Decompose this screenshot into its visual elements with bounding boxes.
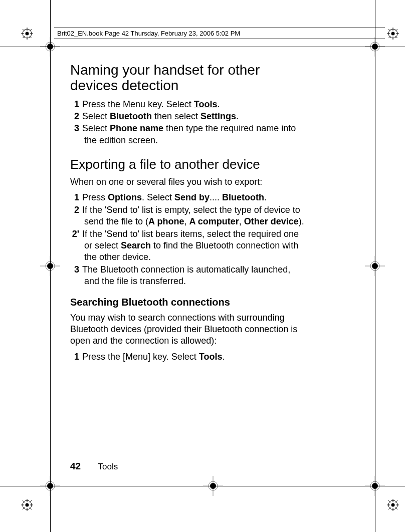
footer-section: Tools bbox=[98, 462, 118, 471]
steps-naming: 1Press the Menu key. Select Tools. 2Sele… bbox=[70, 99, 306, 147]
page-footer: 42 Tools bbox=[70, 461, 118, 472]
step-3: 3Select Phone name then type the require… bbox=[84, 123, 306, 146]
crop-target-icon bbox=[365, 476, 385, 496]
page-header: Brit02_EN.book Page 42 Thursday, Februar… bbox=[54, 28, 385, 39]
step-2: 2Select Bluetooth then select Settings. bbox=[84, 111, 306, 122]
intro-exporting: When on one or several files you wish to… bbox=[70, 176, 306, 188]
svg-point-50 bbox=[47, 263, 53, 269]
crop-target-icon bbox=[365, 37, 385, 57]
crop-target-icon bbox=[40, 476, 60, 496]
page: Brit02_EN.book Page 42 Thursday, Februar… bbox=[0, 0, 405, 532]
heading-naming-handset: Naming your handset for other devices de… bbox=[70, 63, 306, 94]
intro-searching: You may wish to search connections with … bbox=[70, 312, 306, 347]
svg-point-42 bbox=[47, 44, 53, 50]
step-1: 1Press the Menu key. Select Tools. bbox=[84, 99, 306, 110]
step-2-prime: 2'If the 'Send to' list bears items, sel… bbox=[84, 228, 306, 263]
page-number: 42 bbox=[70, 461, 81, 471]
crop-target-icon bbox=[40, 37, 60, 57]
step-3: 3The Bluetooth connection is automatical… bbox=[84, 264, 306, 288]
content-area: Naming your handset for other devices de… bbox=[70, 63, 306, 363]
svg-point-54 bbox=[372, 263, 378, 269]
crop-target-icon bbox=[203, 476, 223, 496]
svg-point-62 bbox=[210, 483, 216, 489]
svg-point-31 bbox=[391, 503, 395, 507]
heading-searching: Searching Bluetooth connections bbox=[70, 297, 306, 308]
svg-point-46 bbox=[372, 44, 378, 50]
step-2: 2If the 'Send to' list is empty, select … bbox=[84, 204, 306, 228]
step-1: 1Press the [Menu] key. Select Tools. bbox=[84, 351, 306, 363]
svg-point-58 bbox=[47, 483, 53, 489]
svg-point-66 bbox=[372, 483, 378, 489]
svg-point-1 bbox=[26, 32, 29, 36]
crop-line-top bbox=[0, 47, 405, 47]
header-text: Brit02_EN.book Page 42 Thursday, Februar… bbox=[57, 30, 240, 37]
registration-mark-icon bbox=[386, 27, 400, 41]
svg-point-21 bbox=[26, 503, 29, 507]
registration-mark-icon bbox=[20, 27, 34, 41]
svg-point-11 bbox=[391, 32, 395, 36]
heading-exporting: Exporting a file to another device bbox=[70, 157, 306, 172]
crop-line-bottom bbox=[0, 486, 405, 486]
steps-searching: 1Press the [Menu] key. Select Tools. bbox=[70, 351, 306, 363]
step-1: 1Press Options. Select Send by.... Bluet… bbox=[84, 192, 306, 203]
crop-target-icon bbox=[365, 256, 385, 276]
crop-target-icon bbox=[40, 256, 60, 276]
steps-exporting: 1Press Options. Select Send by.... Bluet… bbox=[70, 192, 306, 287]
registration-mark-icon bbox=[386, 498, 400, 512]
registration-mark-icon bbox=[20, 498, 34, 512]
